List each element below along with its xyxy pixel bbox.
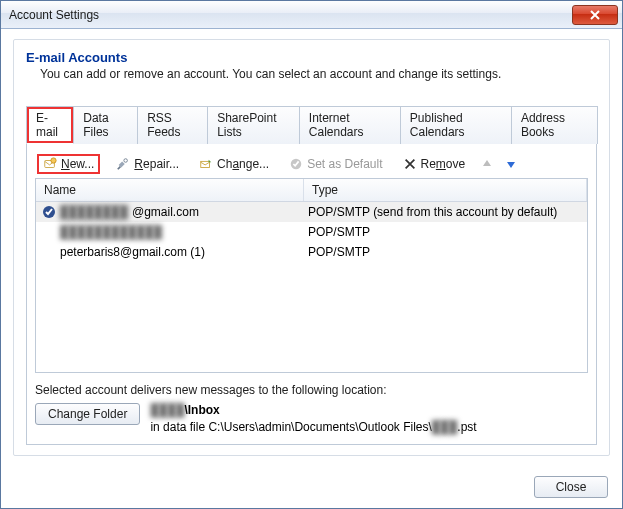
dialog-footer: Close [1, 466, 622, 508]
new-mail-icon [43, 157, 57, 171]
window-close-button[interactable] [572, 5, 618, 25]
repair-button[interactable]: Repair... [112, 155, 183, 173]
repair-label: Repair... [134, 157, 179, 171]
content-area: E-mail Accounts You can add or remove an… [1, 29, 622, 466]
account-type-cell: POP/SMTP (send from this account by defa… [308, 205, 583, 219]
tab-panel: New... Repair... [26, 144, 597, 445]
toolbar: New... Repair... [37, 154, 588, 174]
account-name-obscured: ████████ [60, 205, 128, 219]
account-settings-window: Account Settings E-mail Accounts You can… [0, 0, 623, 509]
account-name-obscured: ████████████ [60, 225, 162, 239]
close-button[interactable]: Close [534, 476, 608, 498]
tab-internet-calendars[interactable]: Internet Calendars [299, 106, 401, 144]
tab-email[interactable]: E-mail [26, 106, 74, 144]
svg-point-2 [124, 159, 128, 163]
set-default-label: Set as Default [307, 157, 382, 171]
titlebar: Account Settings [1, 1, 622, 29]
tab-published-calendars[interactable]: Published Calendars [400, 106, 512, 144]
frame: E-mail Accounts You can add or remove an… [13, 39, 610, 456]
tab-sharepoint-lists[interactable]: SharePoint Lists [207, 106, 300, 144]
delivery-folder: ████\Inbox [150, 403, 476, 417]
remove-button[interactable]: Remove [399, 155, 470, 173]
column-name[interactable]: Name [36, 179, 304, 201]
new-label: New... [61, 157, 94, 171]
new-button[interactable]: New... [37, 154, 100, 174]
tab-rss-feeds[interactable]: RSS Feeds [137, 106, 208, 144]
delivery-location-text: Selected account delivers new messages t… [35, 383, 588, 397]
remove-label: Remove [421, 157, 466, 171]
account-row[interactable]: peterbaris8@gmail.com (1) POP/SMTP [36, 242, 587, 262]
section-heading: E-mail Accounts [26, 50, 597, 65]
account-name: peterbaris8@gmail.com (1) [60, 245, 205, 259]
accounts-list: Name Type ████████@gmail.com POP/SMTP (s… [35, 178, 588, 373]
section-subtitle: You can add or remove an account. You ca… [40, 67, 597, 81]
repair-icon [116, 157, 130, 171]
tabstrip: E-mail Data Files RSS Feeds SharePoint L… [26, 105, 597, 144]
move-down-icon[interactable] [505, 158, 517, 170]
list-header: Name Type [36, 179, 587, 202]
account-row[interactable]: ████████████ POP/SMTP [36, 222, 587, 242]
tab-data-files[interactable]: Data Files [73, 106, 138, 144]
account-name-suffix: @gmail.com [132, 205, 199, 219]
column-type[interactable]: Type [304, 179, 587, 201]
svg-point-1 [51, 158, 56, 163]
delivery-location-details: ████\Inbox in data file C:\Users\admin\D… [150, 403, 476, 434]
set-default-button[interactable]: Set as Default [285, 155, 386, 173]
remove-icon [403, 157, 417, 171]
move-up-icon[interactable] [481, 158, 493, 170]
account-name-cell: ████████@gmail.com [40, 205, 308, 219]
delivery-path: in data file C:\Users\admin\Documents\Ou… [150, 420, 476, 434]
delivery-location-row: Change Folder ████\Inbox in data file C:… [35, 403, 588, 434]
default-account-icon [42, 205, 56, 219]
window-title: Account Settings [1, 8, 572, 22]
default-check-icon [289, 157, 303, 171]
account-type-cell: POP/SMTP [308, 225, 583, 239]
change-button[interactable]: Change... [195, 155, 273, 173]
account-row[interactable]: ████████@gmail.com POP/SMTP (send from t… [36, 202, 587, 222]
change-icon [199, 157, 213, 171]
account-type-cell: POP/SMTP [308, 245, 583, 259]
close-icon [590, 10, 600, 20]
tab-address-books[interactable]: Address Books [511, 106, 598, 144]
account-name-cell: ████████████ [40, 225, 308, 239]
change-label: Change... [217, 157, 269, 171]
change-folder-button[interactable]: Change Folder [35, 403, 140, 425]
account-name-cell: peterbaris8@gmail.com (1) [40, 245, 308, 259]
